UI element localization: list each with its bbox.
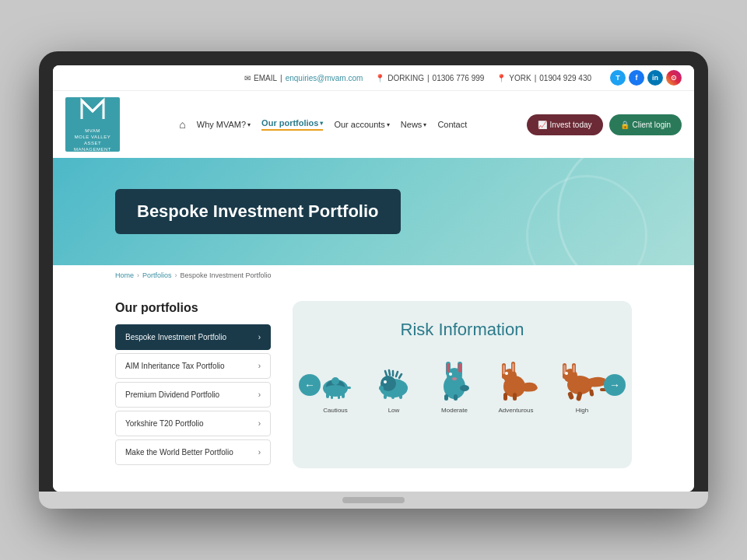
hero-section: Bespoke Investment Portfolio bbox=[53, 158, 694, 265]
sidebar-item-world-label: Make the World Better Portfolio bbox=[125, 448, 233, 457]
location-icon-york: 📍 bbox=[496, 74, 506, 82]
svg-rect-34 bbox=[503, 393, 507, 401]
nav-news[interactable]: News ▾ bbox=[401, 120, 427, 129]
next-arrow[interactable]: → bbox=[604, 374, 626, 396]
rabbit-icon bbox=[432, 359, 477, 402]
home-icon: ⌂ bbox=[179, 118, 185, 131]
svg-rect-31 bbox=[503, 365, 505, 374]
chevron-right-icon-yorkshire: › bbox=[258, 419, 261, 428]
hare-mid-icon bbox=[493, 359, 539, 402]
svg-rect-35 bbox=[513, 393, 517, 401]
york-label: YORK bbox=[509, 74, 531, 82]
svg-point-12 bbox=[379, 386, 384, 390]
login-label: Client login bbox=[633, 121, 671, 129]
risk-animals: Cautious bbox=[315, 359, 609, 414]
svg-point-26 bbox=[460, 385, 469, 391]
low-label: Low bbox=[388, 407, 400, 414]
cautious-label: Cautious bbox=[323, 407, 348, 414]
breadcrumb: Home › Portfolios › Bespoke Investment P… bbox=[53, 265, 694, 285]
login-button[interactable]: 🔒 Client login bbox=[609, 114, 682, 135]
sidebar-item-bespoke[interactable]: Bespoke Investment Portfolio › bbox=[115, 324, 271, 350]
nav-news-label: News bbox=[401, 120, 423, 129]
risk-animal-moderate: Moderate bbox=[432, 359, 477, 414]
prev-arrow[interactable]: ← bbox=[299, 374, 321, 396]
top-bar: ✉ EMAIL | enquiries@mvam.com 📍 DORKING |… bbox=[53, 65, 694, 91]
nav-our-portfolios[interactable]: Our portfolios ▾ bbox=[261, 118, 323, 131]
nav-why-mvam-label: Why MVAM? bbox=[197, 120, 246, 129]
main-content: Our portfolios Bespoke Investment Portfo… bbox=[53, 285, 694, 492]
sidebar-item-world[interactable]: Make the World Better Portfolio › bbox=[115, 439, 271, 465]
sidebar-item-yorkshire[interactable]: Yorkshire T20 Portfolio › bbox=[115, 411, 271, 436]
svg-point-11 bbox=[384, 380, 387, 383]
dorking-contact: 📍 DORKING | 01306 776 999 bbox=[375, 74, 484, 82]
svg-rect-25 bbox=[454, 394, 458, 401]
hero-title: Bespoke Investment Portfolio bbox=[115, 189, 401, 234]
york-contact: 📍 YORK | 01904 929 430 bbox=[496, 74, 591, 82]
facebook-icon[interactable]: f bbox=[629, 70, 644, 86]
nav-contact-label: Contact bbox=[437, 120, 467, 129]
logo[interactable]: MVAMMOLE VALLEYASSET MANAGEMENT bbox=[65, 97, 120, 152]
nav-links: ⌂ Why MVAM? ▾ Our portfolios ▾ Our accou… bbox=[132, 118, 514, 131]
svg-point-23 bbox=[452, 377, 457, 380]
nav-home[interactable]: ⌂ bbox=[179, 118, 185, 131]
laptop-frame: ✉ EMAIL | enquiries@mvam.com 📍 DORKING |… bbox=[39, 51, 708, 509]
twitter-icon[interactable]: T bbox=[610, 70, 626, 86]
nav-why-mvam[interactable]: Why MVAM? ▾ bbox=[197, 120, 251, 129]
email-link[interactable]: enquiries@mvam.com bbox=[286, 74, 363, 82]
risk-animal-low: Low bbox=[371, 365, 416, 414]
svg-rect-6 bbox=[331, 394, 333, 399]
svg-rect-41 bbox=[573, 365, 575, 373]
svg-rect-5 bbox=[342, 393, 345, 398]
svg-rect-14 bbox=[391, 394, 395, 399]
svg-point-22 bbox=[449, 373, 452, 376]
dorking-label: DORKING bbox=[388, 74, 424, 82]
nav-our-accounts[interactable]: Our accounts ▾ bbox=[334, 120, 389, 129]
email-contact: ✉ EMAIL | enquiries@mvam.com bbox=[244, 74, 363, 82]
risk-animal-high: High bbox=[555, 362, 609, 414]
chevron-down-icon-portfolios: ▾ bbox=[320, 120, 323, 127]
dorking-phone: 01306 776 999 bbox=[433, 74, 485, 82]
hedgehog-icon bbox=[371, 365, 416, 402]
breadcrumb-sep-2: › bbox=[175, 271, 177, 279]
svg-rect-8 bbox=[345, 387, 351, 389]
svg-rect-4 bbox=[326, 393, 329, 398]
nav-contact[interactable]: Contact bbox=[437, 120, 467, 129]
sidebar-item-premium-label: Premium Dividend Portfolio bbox=[125, 390, 219, 399]
svg-rect-21 bbox=[458, 363, 461, 373]
sidebar-item-aim-label: AIM Inheritance Tax Portfolio bbox=[125, 362, 225, 370]
sidebar-item-aim[interactable]: AIM Inheritance Tax Portfolio › bbox=[115, 353, 271, 379]
svg-point-3 bbox=[331, 377, 339, 385]
moderate-label: Moderate bbox=[441, 407, 468, 414]
social-icons: T f in ⊙ bbox=[610, 70, 682, 86]
sidebar: Our portfolios Bespoke Investment Portfo… bbox=[115, 301, 271, 468]
high-label: High bbox=[576, 407, 588, 414]
breadcrumb-portfolios[interactable]: Portfolios bbox=[142, 271, 172, 279]
nav-buttons: 📈 Invest today 🔒 Client login bbox=[527, 114, 682, 135]
sidebar-item-yorkshire-label: Yorkshire T20 Portfolio bbox=[125, 419, 204, 428]
logo-icon bbox=[79, 96, 107, 127]
nav-our-accounts-label: Our accounts bbox=[334, 120, 384, 129]
instagram-icon[interactable]: ⊙ bbox=[666, 70, 682, 86]
risk-animal-adventurous: Adventurous bbox=[493, 359, 539, 414]
breadcrumb-current: Bespoke Investment Portfolio bbox=[181, 271, 272, 279]
breadcrumb-sep-1: › bbox=[137, 271, 139, 279]
tortoise-icon bbox=[315, 371, 356, 402]
adventurous-label: Adventurous bbox=[499, 407, 534, 414]
linkedin-icon[interactable]: in bbox=[647, 70, 663, 86]
chevron-down-icon-accounts: ▾ bbox=[387, 121, 390, 128]
svg-rect-32 bbox=[512, 363, 514, 372]
svg-rect-15 bbox=[399, 394, 402, 399]
hare-running-icon bbox=[555, 362, 609, 402]
svg-point-42 bbox=[565, 372, 568, 375]
invest-button[interactable]: 📈 Invest today bbox=[527, 114, 603, 135]
risk-animal-cautious: Cautious bbox=[315, 371, 356, 414]
sidebar-item-premium[interactable]: Premium Dividend Portfolio › bbox=[115, 382, 271, 408]
svg-point-33 bbox=[505, 372, 508, 375]
risk-title: Risk Information bbox=[401, 320, 524, 340]
email-separator: | bbox=[280, 74, 282, 82]
laptop-base bbox=[39, 492, 708, 509]
email-label: EMAIL bbox=[254, 74, 277, 82]
email-icon: ✉ bbox=[244, 74, 251, 82]
breadcrumb-home[interactable]: Home bbox=[115, 271, 134, 279]
invest-label: Invest today bbox=[550, 121, 592, 129]
